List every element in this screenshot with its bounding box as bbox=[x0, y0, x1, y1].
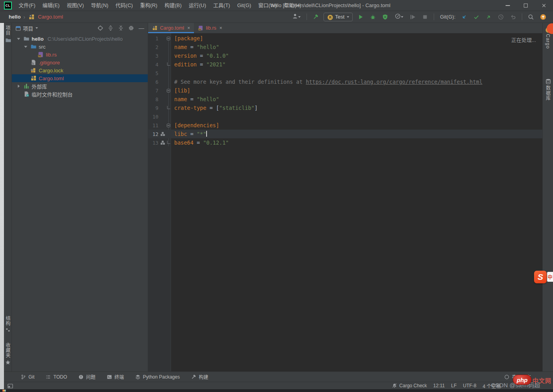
run-button[interactable] bbox=[356, 13, 365, 21]
stop-button[interactable] bbox=[421, 13, 429, 21]
chevron-down-icon[interactable] bbox=[16, 38, 21, 40]
tool-window-button-python-packages[interactable]: Python Packages bbox=[130, 372, 184, 382]
tree-item-scratches[interactable]: 临时文件和控制台 bbox=[12, 90, 148, 98]
editor-line-7[interactable]: 7[lib] bbox=[148, 86, 542, 95]
editor-line-10[interactable]: 10 bbox=[148, 112, 542, 121]
menu-item-navigate[interactable]: 导航(N) bbox=[87, 0, 112, 11]
tab-close-icon[interactable]: × bbox=[187, 25, 190, 31]
editor-line-5[interactable]: 5 bbox=[148, 69, 542, 77]
editor-line-3[interactable]: 3version = "0.1.0" bbox=[148, 51, 542, 60]
tree-item-cargo-toml[interactable]: Cargo.toml bbox=[12, 74, 148, 82]
run-configuration-select[interactable]: R Test bbox=[324, 13, 353, 21]
hide-panel-button[interactable]: — bbox=[137, 24, 145, 32]
git-push-button[interactable] bbox=[484, 13, 493, 21]
editor-line-2[interactable]: 2name = "hello" bbox=[148, 43, 542, 51]
build-project-button[interactable] bbox=[311, 13, 320, 21]
editor-tab-cargo-toml[interactable]: Cargo.toml× bbox=[148, 23, 194, 33]
profile-button[interactable] bbox=[290, 13, 302, 21]
coverage-button[interactable] bbox=[381, 13, 389, 21]
tree-item-external-libraries[interactable]: 外部库 bbox=[12, 82, 148, 90]
close-button[interactable] bbox=[535, 0, 553, 11]
fold-start-icon[interactable] bbox=[166, 124, 171, 127]
menu-item-git[interactable]: Git(G) bbox=[233, 0, 254, 11]
toggle-tool-windows-button[interactable] bbox=[7, 383, 13, 388]
tool-window-button-favorites[interactable]: 收藏夹 bbox=[4, 340, 12, 368]
status-encoding[interactable]: UTF-8 bbox=[463, 383, 476, 388]
menu-item-build[interactable]: 构建(B) bbox=[161, 0, 185, 11]
status-line-separator[interactable]: LF bbox=[451, 383, 457, 388]
git-commit-button[interactable] bbox=[472, 13, 481, 21]
tree-item-cargo-lock[interactable]: Cargo.lock bbox=[12, 66, 148, 74]
tool-window-button-git[interactable]: Git bbox=[16, 372, 39, 382]
git-history-button[interactable] bbox=[497, 13, 505, 21]
status-label: UTF-8 bbox=[463, 383, 476, 388]
tool-window-button-event-log[interactable]: 事件日志 bbox=[499, 372, 536, 382]
tree-item-src[interactable]: src bbox=[12, 43, 148, 51]
tab-close-icon[interactable]: × bbox=[220, 25, 222, 31]
fold-start-icon[interactable] bbox=[166, 37, 171, 40]
breadcrumb-project[interactable]: hello bbox=[9, 14, 21, 20]
tree-item-gitignore[interactable]: .gitignore bbox=[12, 58, 148, 66]
code-text: crate-type = ["staticlib"] bbox=[171, 105, 258, 111]
tree-item-lib-rs[interactable]: RSlib.rs bbox=[12, 51, 148, 58]
search-everywhere-button[interactable] bbox=[527, 13, 535, 21]
library-icon bbox=[23, 83, 30, 89]
fold-end-icon[interactable] bbox=[166, 64, 171, 66]
project-view-chevron-icon[interactable] bbox=[36, 27, 38, 29]
status-line-col[interactable]: 12:11 bbox=[433, 383, 445, 388]
menu-item-file[interactable]: 文件(F) bbox=[15, 0, 39, 11]
chevron-right-icon[interactable] bbox=[16, 85, 21, 88]
editor-line-4[interactable]: 4edition = "2021" bbox=[148, 60, 542, 69]
tool-window-label: 终端 bbox=[115, 373, 124, 380]
tool-window-button-build[interactable]: 构建 bbox=[186, 372, 213, 382]
line-number: 11 bbox=[148, 122, 158, 128]
locate-file-button[interactable] bbox=[96, 24, 104, 32]
menu-item-edit[interactable]: 编辑(E) bbox=[39, 0, 63, 11]
chevron-down-icon[interactable] bbox=[23, 46, 28, 48]
project-panel-title[interactable]: 项目 bbox=[23, 24, 33, 32]
editor-line-13[interactable]: 13base64 = "0.12.1" bbox=[148, 138, 542, 147]
tool-window-button-database[interactable]: 数据库 bbox=[543, 76, 553, 103]
editor-tab-lib-rs[interactable]: RSlib.rs× bbox=[194, 23, 226, 33]
tree-item-label: src bbox=[39, 44, 45, 50]
maximize-button[interactable] bbox=[517, 0, 535, 11]
editor-line-9[interactable]: 9crate-type = ["staticlib"] bbox=[148, 104, 542, 112]
ide-update-button[interactable] bbox=[539, 13, 547, 21]
tool-window-button-terminal[interactable]: 终端 bbox=[102, 372, 129, 382]
debug-button[interactable] bbox=[369, 13, 377, 21]
fold-end-icon[interactable] bbox=[166, 107, 171, 109]
editor-line-11[interactable]: 11[dependencies] bbox=[148, 121, 542, 130]
code-editor[interactable]: 1[package]2name = "hello"3version = "0.1… bbox=[148, 33, 542, 371]
fold-end-icon[interactable] bbox=[166, 142, 171, 144]
tree-item-hello[interactable]: helloC:\Users\dell\CLionProjects\hello bbox=[12, 35, 148, 43]
status-cargo-check[interactable]: Cargo Check bbox=[392, 383, 427, 388]
profiler-button[interactable] bbox=[393, 13, 405, 21]
collapse-all-button[interactable] bbox=[117, 24, 125, 32]
cargo-icon: R bbox=[327, 14, 333, 21]
git-rollback-button[interactable] bbox=[509, 13, 517, 21]
menu-item-run[interactable]: 运行(U) bbox=[185, 0, 210, 11]
tool-window-button-project[interactable]: 项目 bbox=[4, 23, 12, 45]
menu-item-view[interactable]: 视图(V) bbox=[63, 0, 87, 11]
expand-all-button[interactable] bbox=[107, 24, 115, 32]
tool-window-button-structure[interactable]: 结构 bbox=[4, 313, 12, 335]
code-text: [package] bbox=[171, 35, 203, 41]
resume-icon bbox=[410, 14, 416, 20]
editor-line-1[interactable]: 1[package] bbox=[148, 34, 542, 43]
editor-line-12[interactable]: 12libc = "*" bbox=[148, 130, 542, 138]
editor-line-8[interactable]: 8name = "hello" bbox=[148, 95, 542, 104]
menu-item-refactor[interactable]: 重构(R) bbox=[136, 0, 161, 11]
menu-item-tools[interactable]: 工具(T) bbox=[210, 0, 234, 11]
editor-line-6[interactable]: 6# See more keys and their definitions a… bbox=[148, 77, 542, 86]
tool-window-button-todo[interactable]: TODO bbox=[41, 372, 71, 382]
menu-item-code[interactable]: 代码(C) bbox=[112, 0, 136, 11]
panel-settings-button[interactable] bbox=[127, 24, 135, 32]
fold-start-icon[interactable] bbox=[166, 89, 171, 92]
tool-window-button-problems[interactable]: 问题 bbox=[73, 372, 100, 382]
git-update-button[interactable] bbox=[460, 13, 468, 21]
attach-process-button[interactable] bbox=[408, 13, 417, 21]
status-indent[interactable]: 4 个空格 bbox=[483, 383, 501, 389]
minimize-button[interactable] bbox=[498, 0, 517, 11]
breadcrumb-file[interactable]: Cargo.toml bbox=[38, 14, 63, 20]
build-icon bbox=[191, 374, 196, 380]
